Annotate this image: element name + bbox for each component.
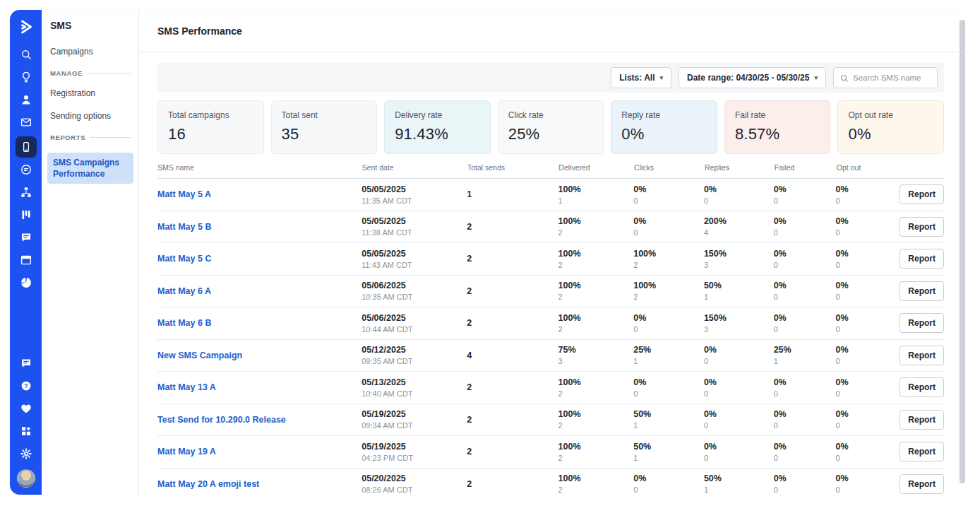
report-button[interactable]: Report [900, 474, 944, 494]
report-cell: Report [900, 313, 944, 333]
total-sends: 4 [467, 351, 558, 360]
total-sends: 2 [467, 382, 558, 392]
table-header: SMS nameSent dateTotal sendsDeliveredCli… [157, 163, 944, 179]
opt-out-cell: 0%0 [836, 377, 900, 398]
report-button[interactable]: Report [900, 410, 944, 430]
opt-out-percent: 0% [836, 473, 900, 483]
clicks-percent: 50% [633, 442, 704, 452]
help-icon[interactable]: ? [16, 377, 36, 394]
replies-percent: 0% [704, 184, 774, 194]
failed-cell: 0%0 [774, 184, 836, 205]
failed-count: 0 [774, 261, 836, 269]
sidebar-section-manage: MANAGE [50, 69, 131, 77]
sms-name-link[interactable]: Matt May 5 A [157, 189, 361, 199]
clicks-count: 0 [633, 389, 704, 398]
email-icon[interactable] [16, 114, 36, 131]
sent-time: 11:43 AM CDT [361, 261, 467, 269]
report-button[interactable]: Report [900, 281, 944, 301]
page-header: SMS Performance [139, 10, 969, 52]
failed-cell: 0%0 [774, 216, 836, 237]
clicks-cell: 100%2 [633, 249, 704, 269]
pipelines-icon[interactable] [16, 206, 36, 223]
account-avatar[interactable] [16, 468, 36, 489]
campaigns-table: SMS nameSent dateTotal sendsDeliveredCli… [157, 163, 944, 495]
sent-date: 05/05/2025 [361, 216, 467, 226]
sms-name-link[interactable]: Matt May 5 B [157, 222, 361, 232]
messages-icon[interactable] [16, 229, 36, 246]
clicks-cell: 0%0 [633, 216, 704, 237]
sent-time: 09:34 AM CDT [361, 421, 467, 430]
automations-icon[interactable] [16, 184, 36, 201]
report-button[interactable]: Report [900, 377, 944, 397]
replies-percent: 0% [704, 409, 774, 419]
replies-count: 0 [704, 389, 774, 398]
sms-name-link[interactable]: Test Send for 10.290.0 Release [157, 415, 361, 425]
stat-value: 35 [282, 125, 367, 143]
report-button[interactable]: Report [900, 313, 944, 333]
report-cell: Report [900, 281, 944, 301]
table-row: Test Send for 10.290.0 Release05/19/2025… [157, 404, 944, 437]
replies-count: 3 [704, 325, 774, 334]
stat-card-fail-rate: Fail rate8.57% [724, 100, 831, 154]
activecampaign-logo-icon[interactable] [16, 16, 36, 37]
settings-icon[interactable] [16, 445, 36, 462]
clicks-cell: 0%0 [633, 473, 704, 494]
failed-percent: 0% [774, 313, 836, 323]
report-button[interactable]: Report [900, 249, 944, 269]
delivered-count: 2 [558, 293, 634, 301]
sms-name-link[interactable]: Matt May 6 A [157, 286, 361, 296]
failed-cell: 0%0 [774, 473, 836, 494]
sms-name-link[interactable]: Matt May 20 A emoji test [157, 479, 361, 489]
apps-icon[interactable] [16, 423, 36, 440]
report-cell: Report [900, 474, 944, 494]
sms-name-link[interactable]: Matt May 13 A [157, 382, 361, 392]
total-sends: 2 [467, 286, 558, 296]
sms-name-link[interactable]: Matt May 5 C [157, 254, 361, 264]
lists-filter-button[interactable]: Lists: All ▾ [611, 67, 671, 88]
search-icon[interactable] [16, 46, 36, 63]
sms-name-link[interactable]: Matt May 6 B [157, 318, 361, 328]
replies-percent: 0% [704, 377, 774, 387]
forms-icon[interactable] [16, 252, 36, 269]
report-button[interactable]: Report [900, 442, 944, 461]
sent-time: 11:38 AM CDT [361, 228, 467, 237]
report-button[interactable]: Report [900, 346, 944, 365]
column-header-delivered: Delivered [558, 163, 634, 172]
failed-count: 0 [774, 228, 836, 237]
sidebar-item-registration[interactable]: Registration [50, 88, 131, 98]
total-sends: 2 [467, 222, 558, 232]
section-divider [90, 137, 131, 138]
stats-cards: Total campaigns16Total sent35Delivery ra… [157, 100, 944, 154]
sidebar-item-campaigns[interactable]: Campaigns [50, 47, 131, 57]
reports-icon[interactable] [16, 274, 36, 291]
delivered-count: 2 [558, 421, 634, 430]
failed-percent: 0% [774, 377, 836, 387]
sms-icon[interactable] [16, 136, 37, 158]
report-button[interactable]: Report [900, 217, 944, 237]
vertical-scrollbar[interactable] [960, 20, 965, 483]
delivered-cell: 100%2 [558, 377, 634, 398]
opt-out-cell: 0%0 [836, 184, 900, 205]
opt-out-cell: 0%0 [836, 442, 900, 462]
clicks-percent: 0% [633, 473, 704, 483]
sidebar-item-sms-campaigns-performance[interactable]: SMS Campaigns Performance [47, 153, 133, 184]
search-box [833, 67, 938, 88]
feedback-icon[interactable] [16, 355, 36, 372]
failed-count: 1 [774, 357, 836, 365]
total-sends: 2 [467, 254, 558, 264]
sms-name-link[interactable]: New SMS Campaign [157, 351, 361, 360]
ideas-icon[interactable] [16, 69, 36, 86]
favorites-icon[interactable] [16, 400, 36, 417]
sms-name-link[interactable]: Matt May 19 A [157, 447, 361, 457]
contacts-icon[interactable] [16, 91, 36, 108]
report-button[interactable]: Report [900, 184, 944, 204]
replies-count: 1 [704, 293, 774, 301]
failed-percent: 0% [774, 249, 836, 259]
sent-date: 05/06/2025 [361, 281, 467, 290]
failed-count: 0 [774, 325, 836, 334]
conversations-icon[interactable] [16, 161, 36, 178]
sidebar-item-sending-options[interactable]: Sending options [50, 111, 131, 121]
clicks-cell: 50%1 [633, 442, 704, 462]
search-input[interactable] [853, 73, 931, 82]
date-range-filter-button[interactable]: Date range: 04/30/25 - 05/30/25 ▾ [679, 67, 826, 88]
